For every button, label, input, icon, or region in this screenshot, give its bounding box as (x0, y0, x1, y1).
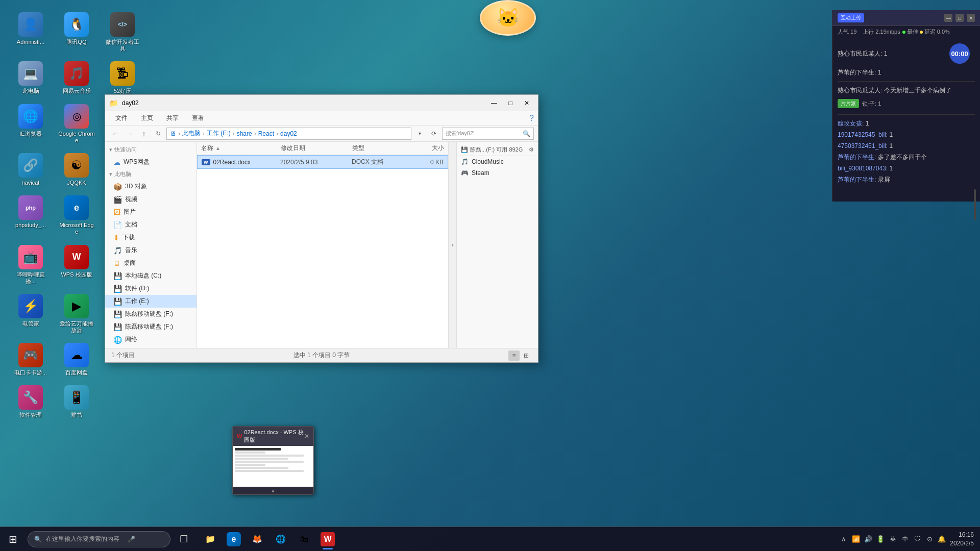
delay-label: 延迟 0.0% (924, 28, 950, 36)
desktop-icon-pc[interactable]: 💻 此电脑 (10, 59, 51, 96)
desktop-icon-vscode[interactable]: </> 微信开发者工具 (102, 10, 143, 54)
desktop-icon-zip[interactable]: 🗜 52好压 (102, 59, 143, 96)
desktop-icon-aigei[interactable]: ▶ 爱给艺万能播放器 (56, 292, 97, 336)
tab-home[interactable]: 主页 (135, 112, 159, 124)
nav-3d[interactable]: 📦 3D 对象 (105, 180, 197, 193)
tb-wps[interactable]: W (316, 528, 339, 550)
window-controls[interactable]: — □ ✕ (487, 97, 534, 109)
nav-documents[interactable]: 📄 文档 (105, 218, 197, 231)
tray-network-icon[interactable]: 📶 (851, 534, 861, 544)
bc-dropdown-btn[interactable]: ▾ (413, 128, 426, 140)
tray-expand-btn[interactable]: ∧ (839, 534, 849, 544)
desktop-icon-edge[interactable]: e Microsoft Edge (56, 193, 97, 237)
col-name[interactable]: 名称 ▲ (201, 144, 281, 153)
desktop-icon-jqqkk[interactable]: ☯ JQQKK (56, 151, 97, 188)
nav-network[interactable]: 🌐 网络 (105, 333, 197, 346)
panel-collapse-btn[interactable]: › (448, 142, 456, 348)
wps-preview-close-btn[interactable]: ✕ (304, 433, 309, 440)
nav-video[interactable]: 🎬 视频 (105, 193, 197, 206)
nav-section-quickaccess[interactable]: ▾ 快速访问 (105, 144, 197, 156)
search-box-taskbar[interactable]: 🔍 在这里输入你要搜索的内容 🎤 (28, 531, 170, 547)
list-view-btn[interactable]: ≡ (508, 350, 520, 361)
nav-drive-d[interactable]: 💾 软件 (D:) (105, 282, 197, 295)
tb-firefox[interactable]: 🦊 (246, 528, 268, 550)
livestream-controls[interactable]: — □ ✕ (944, 14, 975, 22)
col-date[interactable]: 修改日期 (281, 144, 352, 153)
desktop-icon-dianko[interactable]: 🎮 电口卡卡游... (10, 341, 51, 378)
task-view-btn[interactable]: ❐ (173, 528, 195, 550)
minimize-button[interactable]: — (487, 97, 501, 109)
tray-more-icon[interactable]: ⊙ (924, 534, 935, 544)
help-icon[interactable]: ? (529, 114, 534, 123)
desktop-icon-rj[interactable]: 🔧 软件管理 (10, 383, 51, 420)
desktop-icon-chrome[interactable]: ◎ Google Chrome (56, 102, 97, 146)
desktop-icon-qq[interactable]: 🐧 腾讯QQ (56, 10, 97, 54)
desktop-icon-admin[interactable]: 👤 Administr... (10, 10, 51, 54)
nav-desktop[interactable]: 🖥 桌面 (105, 257, 197, 269)
col-size[interactable]: 大小 (403, 144, 444, 153)
tb-store[interactable]: 🛍 (293, 528, 315, 550)
nav-drive-e-label: 工作 (E:) (125, 297, 149, 306)
nav-drive-c[interactable]: 💾 本地磁盘 (C:) (105, 269, 197, 282)
bc-drive[interactable]: 工作 (E:) (207, 129, 231, 138)
drive-c-icon: 💾 (113, 272, 122, 280)
nav-pictures[interactable]: 🖼 图片 (105, 206, 197, 218)
search-box[interactable]: 搜索'day02' 🔍 (442, 128, 534, 140)
ls-minimize-btn[interactable]: — (944, 14, 952, 22)
start-button[interactable]: ⊞ (0, 527, 26, 552)
forward-button[interactable]: → (124, 128, 136, 140)
desktop-icon-dianguan[interactable]: ⚡ 电管家 (10, 292, 51, 336)
nav-music[interactable]: 🎵 音乐 (105, 244, 197, 257)
qq-icon: 🐧 (64, 12, 89, 37)
voice-search-icon[interactable]: 🎤 (128, 536, 135, 543)
up-button[interactable]: ↑ (138, 128, 150, 140)
view-buttons[interactable]: ≡ ⊞ (508, 350, 532, 361)
close-button[interactable]: ✕ (520, 97, 534, 109)
tb-explorer[interactable]: 📁 (199, 528, 222, 550)
maximize-button[interactable]: □ (503, 97, 518, 109)
bc-day02[interactable]: day02 (280, 130, 297, 137)
desktop-icon-baidu[interactable]: ☁ 百度网盘 (56, 341, 97, 378)
desktop-icon-music[interactable]: 🎵 网易云音乐 (56, 59, 97, 96)
desktop-icon-navicat[interactable]: 🔗 navicat (10, 151, 51, 188)
tb-edge[interactable]: e (223, 528, 245, 550)
nav-downloads[interactable]: ⬇ 下载 (105, 231, 197, 244)
tray-notification-icon[interactable]: 🔔 (937, 534, 947, 544)
desktop-icon-qunshu[interactable]: 📱 群书 (56, 383, 97, 420)
table-row[interactable]: W 02React.docx 2020/2/5 9:03 DOCX 文档 0 K… (197, 155, 448, 169)
desktop-icon-php[interactable]: php phpstudy_... (10, 193, 51, 237)
grid-view-btn[interactable]: ⊞ (521, 350, 532, 361)
ls-maximize-btn[interactable]: □ (955, 14, 964, 22)
tab-file[interactable]: 文件 (109, 112, 134, 124)
refresh-button[interactable]: ↻ (152, 128, 164, 140)
tray-input-icon[interactable]: 英 (888, 534, 898, 544)
nav-section-thispc[interactable]: ▾ 此电脑 (105, 168, 197, 180)
bc-share[interactable]: share (237, 130, 252, 137)
datetime-display[interactable]: 16:16 2020/2/5 (950, 531, 974, 548)
tab-view[interactable]: 查看 (186, 112, 210, 124)
nav-drive-f1[interactable]: 💾 陈磊移动硬盘 (F:) (105, 308, 197, 320)
search-icon[interactable]: 🔍 (523, 130, 530, 137)
ls-scrollbar[interactable] (974, 189, 976, 220)
tray-volume-icon[interactable]: 🔊 (863, 534, 873, 544)
tray-battery-icon[interactable]: 🔋 (875, 534, 886, 544)
tray-security-icon[interactable]: 🛡 (912, 534, 922, 544)
bc-react[interactable]: React (258, 130, 274, 137)
desktop-icon-bilibili[interactable]: 📺 哔哩哔哩直播... (10, 243, 51, 287)
tb-ie[interactable]: 🌐 (270, 528, 292, 550)
right-item-cloudmusic[interactable]: 🎵 CloudMusic (457, 156, 538, 167)
ls-close-btn[interactable]: ✕ (967, 14, 975, 22)
settings-icon[interactable]: ⚙ (529, 146, 534, 153)
nav-wpscloud[interactable]: ☁ WPS网盘 (105, 156, 197, 168)
desktop-icon-ie[interactable]: 🌐 IE浏览器 (10, 102, 51, 146)
right-item-steam[interactable]: 🎮 Steam (457, 167, 538, 179)
bc-history-btn[interactable]: ⟳ (428, 128, 440, 140)
nav-drive-e[interactable]: 💾 工作 (E:) (105, 295, 197, 308)
tab-share[interactable]: 共享 (160, 112, 185, 124)
back-button[interactable]: ← (109, 128, 121, 140)
tray-pinyin-icon[interactable]: 中 (900, 534, 910, 544)
desktop-icon-wps[interactable]: W WPS 校园版 (56, 243, 97, 287)
bc-pc[interactable]: 此电脑 (182, 129, 201, 138)
col-type[interactable]: 类型 (352, 144, 403, 153)
nav-drive-f2[interactable]: 💾 陈磊移动硬盘 (F:) (105, 320, 197, 333)
